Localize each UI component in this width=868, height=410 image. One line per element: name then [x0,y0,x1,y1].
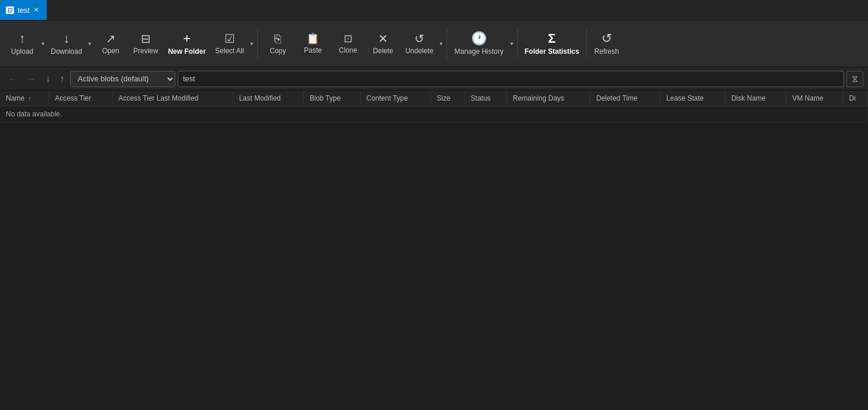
folder-statistics-label: Folder Statistics [525,47,579,56]
select-all-arrow[interactable]: ▾ [248,23,255,64]
tab-close-button[interactable]: ✕ [33,6,39,14]
copy-icon: ⎘ [274,33,281,44]
nav-back-button[interactable]: ← [5,71,21,87]
nav-forward-button[interactable]: → [23,71,40,87]
delete-label: Delete [373,47,393,55]
preview-button[interactable]: ⊟ Preview [128,23,163,64]
col-disk-name[interactable]: Disk Name [725,91,786,106]
main-content: Name ↑ Access Tier Access Tier Last Modi… [0,91,868,410]
col-access-tier-last-modified[interactable]: Access Tier Last Modified [112,91,233,106]
data-table: Name ↑ Access Tier Access Tier Last Modi… [0,91,868,122]
filter-button[interactable]: ⧖ [846,71,863,87]
delete-button[interactable]: ✕ Delete [365,23,400,64]
blob-filter-dropdown[interactable]: Active blobs (default) All blobs Deleted… [70,71,175,87]
delete-icon: ✕ [378,33,388,44]
select-all-label: Select All [215,47,244,55]
tab-bar: ⊡ test ✕ [0,0,868,20]
col-lease-state[interactable]: Lease State [660,91,725,106]
no-data-message: No data available. [0,106,868,122]
open-icon: ↗ [106,33,116,44]
tab-test[interactable]: ⊡ test ✕ [0,0,47,20]
col-status[interactable]: Status [465,91,507,106]
col-di[interactable]: Di [843,91,867,106]
upload-icon: ↑ [19,32,26,45]
manage-history-group: 🕐 Manage History ▾ [449,23,514,64]
download-group: ↓ Download ▾ [46,23,93,64]
no-data-row: No data available. [0,106,868,122]
col-access-tier[interactable]: Access Tier [49,91,113,106]
divider-3 [517,29,518,58]
refresh-icon: ↺ [601,32,612,45]
undelete-label: Undelete [405,47,433,55]
col-vm-name[interactable]: VM Name [786,91,843,106]
preview-icon: ⊟ [141,33,151,44]
nav-bar: ← → ↓ ↑ Active blobs (default) All blobs… [0,67,868,91]
folder-statistics-icon: Σ [548,32,556,45]
manage-history-button[interactable]: 🕐 Manage History [449,23,508,64]
folder-statistics-button[interactable]: Σ Folder Statistics [520,23,584,64]
divider-2 [447,29,447,58]
paste-button[interactable]: 📋 Paste [295,23,330,64]
divider-1 [257,29,258,58]
download-button[interactable]: ↓ Download [46,23,87,64]
select-all-button[interactable]: ☑ Select All [210,23,248,64]
upload-arrow[interactable]: ▾ [40,23,46,64]
col-blob-type[interactable]: Blob Type [303,91,360,106]
divider-4 [586,29,587,58]
upload-label: Upload [11,47,33,56]
nav-down-button[interactable]: ↓ [42,71,54,87]
col-content-type[interactable]: Content Type [360,91,431,106]
clone-icon: ⊡ [344,33,352,44]
download-label: Download [51,47,82,56]
clone-label: Clone [339,46,357,54]
tab-icon: ⊡ [6,6,14,14]
col-last-modified[interactable]: Last Modified [233,91,303,106]
manage-history-arrow[interactable]: ▾ [509,23,515,64]
open-label: Open [102,47,119,55]
tab-label: test [18,6,30,15]
preview-label: Preview [133,47,158,55]
clone-button[interactable]: ⊡ Clone [330,23,365,64]
nav-up-button[interactable]: ↑ [56,71,68,87]
open-button[interactable]: ↗ Open [93,23,128,64]
manage-history-label: Manage History [454,47,503,56]
paste-icon: 📋 [306,33,319,44]
download-icon: ↓ [63,32,70,45]
col-size[interactable]: Size [431,91,465,106]
table-container[interactable]: Name ↑ Access Tier Access Tier Last Modi… [0,91,868,410]
undelete-group: ↺ Undelete ▾ [400,23,444,64]
refresh-label: Refresh [594,47,619,56]
paste-label: Paste [304,46,322,54]
manage-history-icon: 🕐 [471,32,487,45]
select-all-icon: ☑ [224,33,235,44]
undelete-button[interactable]: ↺ Undelete [400,23,438,64]
path-input[interactable] [178,71,844,87]
upload-group: ↑ Upload ▾ [5,23,46,64]
select-all-group: ☑ Select All ▾ [210,23,255,64]
copy-label: Copy [269,47,286,55]
download-arrow[interactable]: ▾ [87,23,93,64]
col-name[interactable]: Name ↑ [0,91,49,106]
table-header-row: Name ↑ Access Tier Access Tier Last Modi… [0,91,868,106]
new-folder-button[interactable]: + New Folder [163,23,210,64]
col-deleted-time[interactable]: Deleted Time [590,91,660,106]
undelete-icon: ↺ [414,33,424,44]
upload-button[interactable]: ↑ Upload [5,23,40,64]
toolbar: ↑ Upload ▾ ↓ Download ▾ ↗ Open ⊟ Preview… [0,20,868,67]
undelete-arrow[interactable]: ▾ [438,23,444,64]
new-folder-label: New Folder [168,47,206,56]
col-remaining-days[interactable]: Remaining Days [507,91,590,106]
new-folder-icon: + [183,32,191,45]
refresh-button[interactable]: ↺ Refresh [589,23,624,64]
copy-button[interactable]: ⎘ Copy [260,23,295,64]
sort-asc-icon: ↑ [28,95,31,102]
